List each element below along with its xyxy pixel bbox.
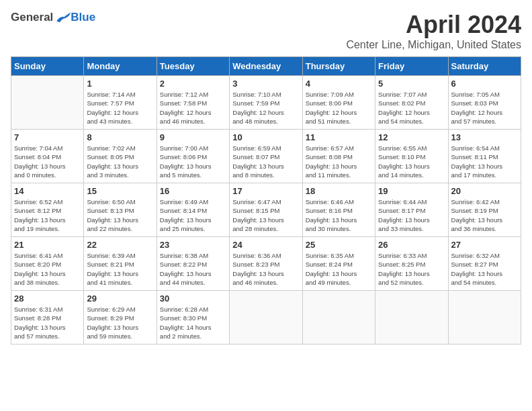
day-info: Sunrise: 7:09 AM Sunset: 8:00 PM Dayligh… bbox=[306, 90, 372, 126]
day-info: Sunrise: 7:05 AM Sunset: 8:03 PM Dayligh… bbox=[451, 90, 518, 126]
day-number: 26 bbox=[378, 240, 445, 250]
calendar-cell: 12Sunrise: 6:55 AM Sunset: 8:10 PM Dayli… bbox=[375, 130, 448, 183]
logo-general: General bbox=[11, 11, 53, 24]
day-info: Sunrise: 6:55 AM Sunset: 8:10 PM Dayligh… bbox=[378, 144, 445, 179]
weekday-header-thursday: Thursday bbox=[302, 57, 375, 76]
day-info: Sunrise: 7:04 AM Sunset: 8:04 PM Dayligh… bbox=[14, 144, 81, 179]
calendar-cell: 9Sunrise: 7:00 AM Sunset: 8:06 PM Daylig… bbox=[157, 130, 229, 183]
calendar-cell: 15Sunrise: 6:50 AM Sunset: 8:13 PM Dayli… bbox=[84, 183, 157, 237]
day-number: 27 bbox=[451, 240, 518, 250]
calendar-cell: 4Sunrise: 7:09 AM Sunset: 8:00 PM Daylig… bbox=[302, 76, 375, 130]
calendar-cell: 11Sunrise: 6:57 AM Sunset: 8:08 PM Dayli… bbox=[302, 130, 375, 183]
week-row-2: 7Sunrise: 7:04 AM Sunset: 8:04 PM Daylig… bbox=[11, 130, 521, 183]
day-number: 12 bbox=[378, 132, 445, 142]
day-info: Sunrise: 6:57 AM Sunset: 8:08 PM Dayligh… bbox=[306, 144, 372, 179]
calendar-cell: 6Sunrise: 7:05 AM Sunset: 8:03 PM Daylig… bbox=[448, 76, 521, 130]
day-info: Sunrise: 6:54 AM Sunset: 8:11 PM Dayligh… bbox=[451, 144, 518, 179]
weekday-header-tuesday: Tuesday bbox=[157, 57, 229, 76]
calendar-cell: 1Sunrise: 7:14 AM Sunset: 7:57 PM Daylig… bbox=[84, 76, 157, 130]
day-info: Sunrise: 7:07 AM Sunset: 8:02 PM Dayligh… bbox=[378, 90, 445, 126]
week-row-1: 1Sunrise: 7:14 AM Sunset: 7:57 PM Daylig… bbox=[11, 76, 521, 130]
weekday-header-saturday: Saturday bbox=[448, 57, 521, 76]
day-info: Sunrise: 6:28 AM Sunset: 8:30 PM Dayligh… bbox=[160, 305, 226, 340]
day-number: 4 bbox=[306, 79, 372, 89]
calendar-cell bbox=[302, 291, 375, 345]
calendar-cell: 3Sunrise: 7:10 AM Sunset: 7:59 PM Daylig… bbox=[230, 76, 302, 130]
week-row-5: 28Sunrise: 6:31 AM Sunset: 8:28 PM Dayli… bbox=[11, 291, 521, 345]
day-number: 17 bbox=[232, 186, 299, 196]
day-number: 18 bbox=[306, 186, 372, 196]
calendar-cell: 28Sunrise: 6:31 AM Sunset: 8:28 PM Dayli… bbox=[11, 291, 84, 345]
calendar-cell: 2Sunrise: 7:12 AM Sunset: 7:58 PM Daylig… bbox=[157, 76, 229, 130]
day-number: 23 bbox=[160, 240, 226, 250]
day-number: 13 bbox=[451, 132, 518, 142]
calendar-cell: 5Sunrise: 7:07 AM Sunset: 8:02 PM Daylig… bbox=[375, 76, 448, 130]
day-number: 9 bbox=[160, 132, 226, 142]
calendar-cell: 10Sunrise: 6:59 AM Sunset: 8:07 PM Dayli… bbox=[230, 130, 302, 183]
day-info: Sunrise: 6:42 AM Sunset: 8:19 PM Dayligh… bbox=[451, 197, 518, 233]
weekday-header-row: SundayMondayTuesdayWednesdayThursdayFrid… bbox=[11, 57, 521, 76]
day-info: Sunrise: 6:49 AM Sunset: 8:14 PM Dayligh… bbox=[160, 197, 226, 233]
day-info: Sunrise: 6:39 AM Sunset: 8:21 PM Dayligh… bbox=[87, 251, 153, 287]
day-info: Sunrise: 7:02 AM Sunset: 8:05 PM Dayligh… bbox=[87, 144, 153, 179]
day-number: 24 bbox=[232, 240, 299, 250]
day-info: Sunrise: 7:14 AM Sunset: 7:57 PM Dayligh… bbox=[87, 90, 153, 126]
day-number: 15 bbox=[87, 186, 153, 196]
day-number: 20 bbox=[451, 186, 518, 196]
day-number: 11 bbox=[306, 132, 372, 142]
day-info: Sunrise: 6:38 AM Sunset: 8:22 PM Dayligh… bbox=[160, 251, 226, 287]
day-number: 29 bbox=[87, 293, 153, 304]
day-info: Sunrise: 6:50 AM Sunset: 8:13 PM Dayligh… bbox=[87, 197, 153, 233]
day-info: Sunrise: 6:47 AM Sunset: 8:15 PM Dayligh… bbox=[232, 197, 299, 233]
calendar-cell: 14Sunrise: 6:52 AM Sunset: 8:12 PM Dayli… bbox=[11, 183, 84, 237]
month-year-title: April 2024 bbox=[346, 11, 521, 39]
day-info: Sunrise: 6:59 AM Sunset: 8:07 PM Dayligh… bbox=[232, 144, 299, 179]
weekday-header-monday: Monday bbox=[84, 57, 157, 76]
day-info: Sunrise: 7:00 AM Sunset: 8:06 PM Dayligh… bbox=[160, 144, 226, 179]
calendar-cell: 16Sunrise: 6:49 AM Sunset: 8:14 PM Dayli… bbox=[157, 183, 229, 237]
day-number: 22 bbox=[87, 240, 153, 250]
calendar-cell: 25Sunrise: 6:35 AM Sunset: 8:24 PM Dayli… bbox=[302, 237, 375, 291]
calendar-cell: 22Sunrise: 6:39 AM Sunset: 8:21 PM Dayli… bbox=[84, 237, 157, 291]
logo-bird-icon bbox=[54, 11, 71, 24]
calendar-cell: 7Sunrise: 7:04 AM Sunset: 8:04 PM Daylig… bbox=[11, 130, 84, 183]
calendar-cell bbox=[375, 291, 448, 345]
day-number: 19 bbox=[378, 186, 445, 196]
calendar-cell: 23Sunrise: 6:38 AM Sunset: 8:22 PM Dayli… bbox=[157, 237, 229, 291]
day-number: 28 bbox=[14, 293, 81, 304]
logo: General Blue bbox=[11, 11, 95, 24]
day-info: Sunrise: 6:33 AM Sunset: 8:25 PM Dayligh… bbox=[378, 251, 445, 287]
calendar-cell: 13Sunrise: 6:54 AM Sunset: 8:11 PM Dayli… bbox=[448, 130, 521, 183]
title-section: April 2024 Center Line, Michigan, United… bbox=[346, 11, 521, 51]
location-subtitle: Center Line, Michigan, United States bbox=[346, 39, 521, 51]
calendar-cell: 18Sunrise: 6:46 AM Sunset: 8:16 PM Dayli… bbox=[302, 183, 375, 237]
day-info: Sunrise: 6:52 AM Sunset: 8:12 PM Dayligh… bbox=[14, 197, 81, 233]
day-number: 16 bbox=[160, 186, 226, 196]
day-info: Sunrise: 6:46 AM Sunset: 8:16 PM Dayligh… bbox=[306, 197, 372, 233]
day-number: 3 bbox=[232, 79, 299, 89]
calendar-cell: 30Sunrise: 6:28 AM Sunset: 8:30 PM Dayli… bbox=[157, 291, 229, 345]
day-number: 14 bbox=[14, 186, 81, 196]
day-info: Sunrise: 6:36 AM Sunset: 8:23 PM Dayligh… bbox=[232, 251, 299, 287]
day-number: 6 bbox=[451, 79, 518, 89]
calendar-cell bbox=[11, 76, 84, 130]
day-info: Sunrise: 6:32 AM Sunset: 8:27 PM Dayligh… bbox=[451, 251, 518, 287]
day-info: Sunrise: 7:10 AM Sunset: 7:59 PM Dayligh… bbox=[232, 90, 299, 126]
day-info: Sunrise: 6:35 AM Sunset: 8:24 PM Dayligh… bbox=[306, 251, 372, 287]
day-number: 30 bbox=[160, 293, 226, 304]
calendar-cell bbox=[230, 291, 302, 345]
calendar-cell: 24Sunrise: 6:36 AM Sunset: 8:23 PM Dayli… bbox=[230, 237, 302, 291]
calendar-cell: 19Sunrise: 6:44 AM Sunset: 8:17 PM Dayli… bbox=[375, 183, 448, 237]
day-number: 5 bbox=[378, 79, 445, 89]
day-number: 21 bbox=[14, 240, 81, 250]
weekday-header-wednesday: Wednesday bbox=[230, 57, 302, 76]
week-row-4: 21Sunrise: 6:41 AM Sunset: 8:20 PM Dayli… bbox=[11, 237, 521, 291]
day-info: Sunrise: 6:31 AM Sunset: 8:28 PM Dayligh… bbox=[14, 305, 81, 340]
day-number: 7 bbox=[14, 132, 81, 142]
day-info: Sunrise: 6:44 AM Sunset: 8:17 PM Dayligh… bbox=[378, 197, 445, 233]
page-header: General Blue April 2024 Center Line, Mic… bbox=[11, 11, 521, 51]
calendar-cell: 17Sunrise: 6:47 AM Sunset: 8:15 PM Dayli… bbox=[230, 183, 302, 237]
calendar-cell: 27Sunrise: 6:32 AM Sunset: 8:27 PM Dayli… bbox=[448, 237, 521, 291]
day-number: 8 bbox=[87, 132, 153, 142]
weekday-header-sunday: Sunday bbox=[11, 57, 84, 76]
